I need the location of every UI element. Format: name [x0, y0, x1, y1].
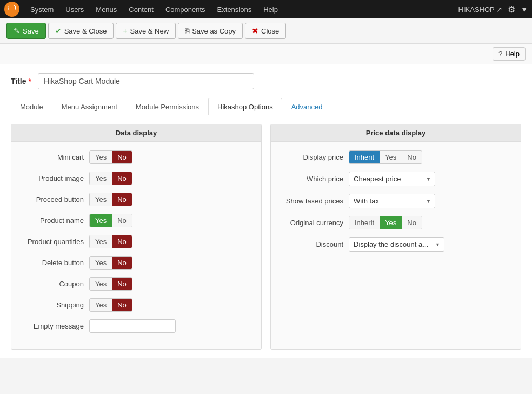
nav-help[interactable]: Help	[258, 3, 283, 16]
tabs-bar: Module Menu Assignment Module Permission…	[11, 98, 521, 115]
product-name-label: Product name	[19, 216, 84, 225]
product-image-yes[interactable]: Yes	[90, 172, 112, 185]
mini-cart-row: Mini cart Yes No	[19, 150, 254, 164]
display-price-yes[interactable]: Yes	[380, 151, 402, 163]
product-name-control: Yes No	[89, 214, 132, 227]
display-price-row: Display price Inherit Yes No	[278, 150, 513, 164]
shipping-row: Shipping Yes No	[19, 298, 254, 312]
shipping-no[interactable]: No	[112, 299, 132, 311]
tab-advanced[interactable]: Advanced	[282, 98, 332, 115]
mini-cart-yn-group: Yes No	[89, 150, 132, 164]
show-taxed-prices-select-wrapper: With tax Without tax	[349, 194, 435, 208]
original-currency-inherit[interactable]: Inherit	[349, 216, 380, 229]
help-button[interactable]: ? Help	[493, 47, 526, 61]
plus-icon: +	[123, 27, 127, 35]
show-taxed-prices-label: Show taxed prices	[278, 197, 343, 205]
hikashop-link[interactable]: HIKASHOP ↗	[458, 5, 503, 14]
display-price-iyn-group: Inherit Yes No	[349, 150, 422, 164]
product-quantities-yn-group: Yes No	[89, 235, 132, 248]
which-price-row: Which price Cheapest price Default price…	[278, 172, 513, 186]
price-data-display-body: Display price Inherit Yes No Which price	[271, 142, 521, 268]
help-bar: ? Help	[0, 44, 532, 64]
check-icon: ✔	[55, 27, 62, 35]
delete-button-yes[interactable]: Yes	[90, 257, 112, 269]
show-taxed-prices-select[interactable]: With tax Without tax	[349, 194, 435, 208]
delete-button-no[interactable]: No	[112, 257, 132, 269]
original-currency-label: Original currency	[278, 219, 343, 227]
nav-system[interactable]: System	[25, 3, 59, 16]
original-currency-no[interactable]: No	[402, 216, 422, 229]
mini-cart-no[interactable]: No	[112, 151, 132, 163]
product-quantities-yes[interactable]: Yes	[90, 235, 112, 248]
data-display-panel: Data display Mini cart Yes No Product im…	[11, 124, 262, 350]
price-data-display-panel: Price data display Display price Inherit…	[270, 124, 521, 350]
product-quantities-label: Product quantities	[19, 238, 84, 246]
nav-menus[interactable]: Menus	[90, 3, 122, 16]
which-price-control: Cheapest price Default price Highest pri…	[349, 172, 435, 186]
nav-extensions[interactable]: Extensions	[212, 3, 257, 16]
proceed-button-no[interactable]: No	[112, 193, 132, 206]
close-icon: ✖	[252, 27, 258, 35]
nav-users[interactable]: Users	[60, 3, 89, 16]
shipping-yes[interactable]: Yes	[90, 299, 112, 311]
coupon-no[interactable]: No	[112, 278, 132, 290]
proceed-button-label: Proceed button	[19, 195, 84, 203]
product-quantities-control: Yes No	[89, 235, 132, 248]
required-asterisk: *	[28, 77, 31, 86]
empty-message-control	[89, 319, 176, 333]
title-label: Title *	[11, 77, 32, 86]
proceed-button-row: Proceed button Yes No	[19, 193, 254, 206]
save-new-button[interactable]: + Save & New	[116, 23, 176, 39]
which-price-select-wrapper: Cheapest price Default price Highest pri…	[349, 172, 435, 186]
close-button[interactable]: ✖ Close	[245, 23, 286, 39]
delete-button-yn-group: Yes No	[89, 256, 132, 270]
title-input[interactable]	[38, 73, 254, 89]
tab-module[interactable]: Module	[11, 98, 52, 115]
top-navigation: System Users Menus Content Components Ex…	[0, 0, 532, 18]
product-quantities-no[interactable]: No	[112, 235, 132, 248]
joomla-logo	[4, 2, 19, 17]
product-name-yes[interactable]: Yes	[90, 214, 112, 227]
product-image-row: Product image Yes No	[19, 172, 254, 185]
delete-button-row: Delete button Yes No	[19, 256, 254, 270]
tab-menu-assignment[interactable]: Menu Assignment	[52, 98, 127, 115]
save-button[interactable]: ✎ Save	[6, 23, 46, 39]
proceed-button-yes[interactable]: Yes	[90, 193, 112, 206]
shipping-label: Shipping	[19, 301, 84, 309]
display-price-no[interactable]: No	[402, 151, 422, 163]
display-price-inherit[interactable]: Inherit	[349, 151, 380, 163]
empty-message-label: Empty message	[19, 322, 84, 330]
product-image-no[interactable]: No	[112, 172, 132, 185]
product-image-label: Product image	[19, 174, 84, 182]
shipping-control: Yes No	[89, 298, 132, 312]
save-close-button[interactable]: ✔ Save & Close	[48, 23, 114, 39]
nav-components[interactable]: Components	[160, 3, 211, 16]
tab-hikashop-options[interactable]: Hikashop Options	[208, 98, 282, 115]
tab-module-permissions[interactable]: Module Permissions	[127, 98, 208, 115]
data-display-header: Data display	[11, 124, 261, 142]
discount-select[interactable]: Display the discount a... Do not display…	[349, 237, 444, 252]
product-name-no[interactable]: No	[112, 214, 132, 227]
coupon-yes[interactable]: Yes	[90, 278, 112, 290]
discount-control: Display the discount a... Do not display…	[349, 237, 444, 252]
coupon-row: Coupon Yes No	[19, 277, 254, 291]
original-currency-control: Inherit Yes No	[349, 216, 422, 229]
which-price-select[interactable]: Cheapest price Default price Highest pri…	[349, 172, 435, 186]
original-currency-row: Original currency Inherit Yes No	[278, 216, 513, 229]
original-currency-yes[interactable]: Yes	[380, 216, 402, 229]
nav-content[interactable]: Content	[123, 3, 159, 16]
product-name-row: Product name Yes No	[19, 214, 254, 227]
which-price-label: Which price	[278, 175, 343, 183]
product-image-control: Yes No	[89, 172, 132, 185]
caret-icon[interactable]: ▼	[521, 5, 528, 14]
gear-icon[interactable]: ⚙	[508, 4, 515, 15]
panels-container: Data display Mini cart Yes No Product im…	[11, 124, 521, 350]
help-icon: ?	[498, 50, 502, 58]
delete-button-label: Delete button	[19, 259, 84, 267]
mini-cart-yes[interactable]: Yes	[90, 151, 112, 163]
data-display-body: Mini cart Yes No Product image Yes	[11, 142, 261, 349]
empty-message-input[interactable]	[89, 319, 176, 333]
delete-button-control: Yes No	[89, 256, 132, 270]
save-copy-button[interactable]: ⎘ Save as Copy	[178, 23, 243, 39]
product-name-yn-group: Yes No	[89, 214, 132, 227]
